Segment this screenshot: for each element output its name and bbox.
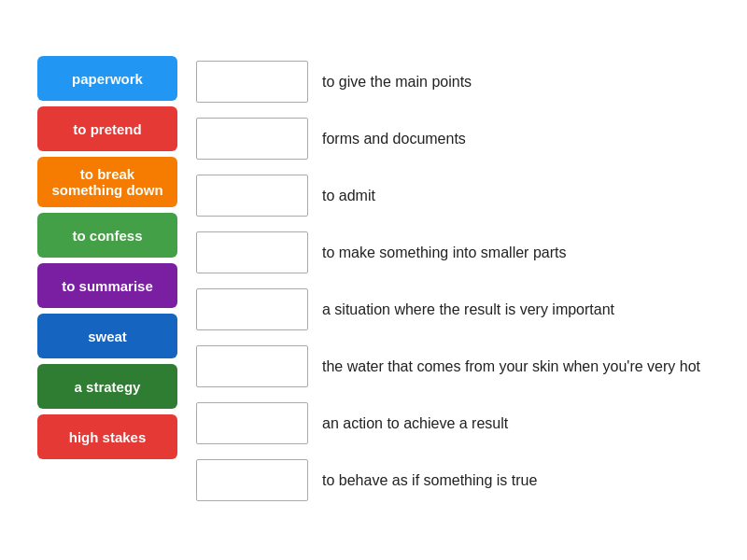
- answer-box-def4[interactable]: [196, 231, 308, 273]
- term-button-paperwork[interactable]: paperwork: [37, 56, 177, 101]
- answer-box-def7[interactable]: [196, 402, 308, 444]
- answer-box-def5[interactable]: [196, 288, 308, 330]
- definition-text-def4: to make something into smaller parts: [322, 243, 566, 263]
- definition-text-def5: a situation where the result is very imp…: [322, 300, 614, 320]
- definition-text-def3: to admit: [322, 186, 375, 206]
- definition-row-def2: forms and documents: [196, 113, 719, 164]
- definition-text-def6: the water that comes from your skin when…: [322, 357, 700, 377]
- definitions-column: to give the main pointsforms and documen…: [196, 56, 719, 506]
- definition-row-def6: the water that comes from your skin when…: [196, 341, 719, 392]
- terms-column: paperworkto pretendto break something do…: [37, 56, 177, 459]
- definition-row-def4: to make something into smaller parts: [196, 227, 719, 278]
- term-button-sweat[interactable]: sweat: [37, 314, 177, 358]
- main-container: paperworkto pretendto break something do…: [37, 56, 719, 506]
- answer-box-def8[interactable]: [196, 459, 308, 501]
- definition-text-def1: to give the main points: [322, 72, 472, 92]
- term-button-to-pretend[interactable]: to pretend: [37, 106, 177, 151]
- answer-box-def6[interactable]: [196, 345, 308, 387]
- definition-row-def5: a situation where the result is very imp…: [196, 284, 719, 335]
- definition-row-def8: to behave as if something is true: [196, 455, 719, 506]
- definition-text-def8: to behave as if something is true: [322, 470, 537, 491]
- definition-row-def1: to give the main points: [196, 56, 719, 107]
- answer-box-def3[interactable]: [196, 175, 308, 217]
- answer-box-def1[interactable]: [196, 61, 308, 103]
- term-button-a-strategy[interactable]: a strategy: [37, 364, 177, 409]
- definition-row-def3: to admit: [196, 170, 719, 221]
- term-button-to-confess[interactable]: to confess: [37, 213, 177, 258]
- term-button-to-break-something-down[interactable]: to break something down: [37, 157, 177, 207]
- term-button-to-summarise[interactable]: to summarise: [37, 263, 177, 308]
- term-button-high-stakes[interactable]: high stakes: [37, 414, 177, 459]
- definition-text-def2: forms and documents: [322, 129, 466, 149]
- answer-box-def2[interactable]: [196, 118, 308, 160]
- definition-row-def7: an action to achieve a result: [196, 398, 719, 449]
- definition-text-def7: an action to achieve a result: [322, 413, 508, 434]
